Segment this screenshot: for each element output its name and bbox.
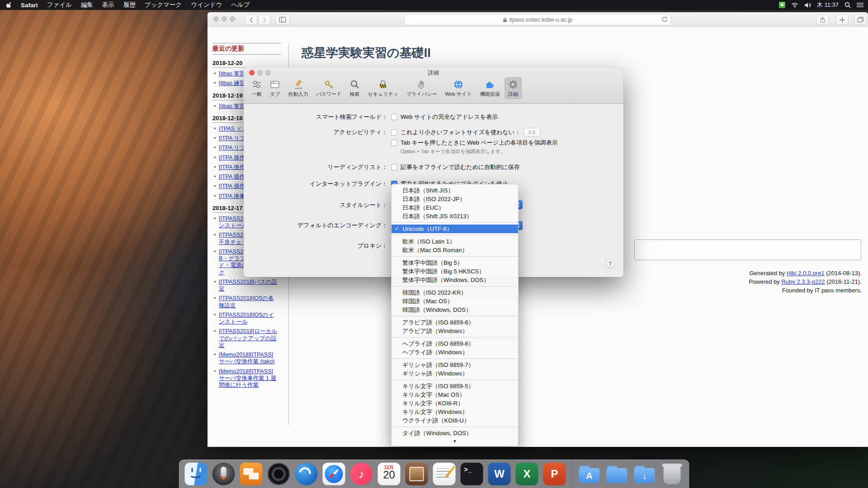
reading-list-checkbox[interactable] [391,164,397,170]
menu-item-file[interactable]: ファイル [42,1,76,9]
sidebar-entry[interactable]: [ITPASS2018]OSの各種設定 [219,295,278,309]
encoding-menu-item[interactable]: 日本語（EUC） [392,203,518,212]
apple-menu-icon[interactable] [6,2,13,9]
back-button[interactable] [245,14,257,25]
window-zoom-button[interactable] [230,16,235,22]
wifi-icon[interactable] [791,2,798,8]
encoding-menu-item[interactable]: タイ語（Windows, DOS） [392,429,518,437]
menu-item-edit[interactable]: 編集 [76,1,98,9]
menu-item-help[interactable]: ヘルプ [226,1,254,9]
sidebar-toggle-button[interactable] [275,14,290,25]
volume-icon[interactable] [804,2,811,8]
encoding-menu-item[interactable] [392,337,518,338]
encoding-menu-item[interactable]: 韓国語（Windows, DOS） [392,305,518,314]
dock-powerpoint-icon[interactable]: P [543,463,566,485]
prefs-tab-security[interactable]: セキュリティ [364,77,402,99]
tab-highlight-checkbox[interactable] [391,140,397,146]
prefs-tab-privacy[interactable]: プライバシー [403,77,440,99]
menu-item-bookmarks[interactable]: ブックマーク [140,1,187,9]
encoding-menu-item[interactable] [392,427,518,427]
window-minimize-button[interactable] [222,16,227,22]
encoding-menu-item[interactable]: 欧米（Mac OS Roman） [392,246,518,254]
dock-safari-icon[interactable] [323,463,345,485]
prefs-tab-general[interactable]: 一般 [248,77,265,99]
encoding-menu-item[interactable] [392,256,518,257]
encoding-menu-item[interactable]: ヘブライ語（ISO 8859-8） [392,339,518,348]
prefs-tab-passwords[interactable]: パスワード [313,77,345,99]
sidebar-entry[interactable]: [Memo2018][ITPASS]サーバ交換事作業 1 週間後に行う作業 [219,368,278,389]
new-tab-button[interactable] [836,14,849,25]
dock-lens-app-icon[interactable] [268,463,290,485]
dock-finder-icon[interactable] [185,463,208,485]
sidebar-entry[interactable]: [Memo2018][ITPASS]サーバ交換作業 (tako) [219,352,278,366]
sidebar-entry[interactable]: 2018-12-20 [212,60,281,68]
prefs-tab-websites[interactable]: Web サイト [441,77,475,99]
prefs-tab-extensions[interactable]: 機能拡張 [476,77,504,99]
dock-downloads-folder-icon[interactable]: ↓ [633,463,656,485]
notification-center-icon[interactable] [857,2,863,8]
encoding-menu-item[interactable] [392,235,518,235]
address-bar[interactable]: itpass.scitec.kobe-u.ac.jp [404,14,671,25]
encoding-menu-item[interactable]: 日本語（ISO 2022-JP） [392,195,518,203]
encoding-menu-item[interactable]: キリル文字（KOI8-R） [392,399,518,408]
spotlight-icon[interactable] [844,2,851,8]
prefs-tab-autofill[interactable]: 自動入力 [285,77,312,99]
dock-notes-icon[interactable] [433,463,456,485]
menubar-clock[interactable]: 木 11:37 [817,1,839,9]
dock-documents-folder-icon[interactable] [606,463,628,485]
menu-item-view[interactable]: 表示 [98,1,119,9]
encoding-menu-item[interactable]: アラビア語（Windows） [392,327,518,335]
dock-photos-icon[interactable] [406,463,428,485]
sidebar-entry[interactable]: [ITPASS2018]パスの設定 [219,279,278,293]
encoding-menu-item[interactable]: キリル文字（ISO 8859-5） [392,382,518,390]
encoding-menu-item[interactable]: 繁体字中国語（Big 5） [392,258,518,267]
dock-word-icon[interactable]: W [488,463,511,485]
menu-item-history[interactable]: 履歴 [119,1,140,9]
encoding-menu-item[interactable]: ▼ [392,437,518,444]
footer-link[interactable]: Hiki 2.0.0.pre1 [787,270,825,277]
green-status-icon[interactable] [779,2,785,8]
encoding-menu-item[interactable]: 日本語（Shift JIS） [392,186,518,195]
menu-item-window[interactable]: ウインドウ [186,1,226,9]
encoding-menu-item[interactable]: キリル文字（Windows） [392,408,518,416]
footer-link[interactable]: Ruby 2.3.3-p222 [781,278,825,285]
encoding-menu-item[interactable]: ギリシャ語（ISO 8859-7） [392,361,518,369]
prefs-tab-tabs[interactable]: タブ [266,77,284,99]
prefs-tab-advanced[interactable]: 詳細 [505,77,522,99]
encoding-menu-item[interactable]: ウクライナ語（KOI8-U） [392,416,518,425]
font-size-popup[interactable]: 9 [524,128,541,137]
dock-calendar-icon[interactable]: 12月 20 [378,463,401,485]
tab-overview-button[interactable] [854,14,867,25]
encoding-menu-item[interactable]: 韓国語（Mac OS） [392,297,518,305]
encoding-menu-item[interactable]: ✓Unicode（UTF-8） [392,225,518,233]
smart-search-checkbox[interactable] [391,114,397,120]
encoding-menu-item[interactable]: 繁体字中国語（Windows, DOS） [392,276,518,284]
encoding-menu-item[interactable]: ギリシャ語（Windows） [392,369,518,378]
encoding-menu-item[interactable] [392,286,518,286]
share-button[interactable] [816,14,829,25]
dock-launchpad-icon[interactable] [212,463,235,485]
dock-terminal-icon[interactable]: >_ [461,463,483,485]
menu-item-safari[interactable]: Safari [16,2,42,9]
dock-applications-folder-icon[interactable]: A [578,463,601,485]
sidebar-entry[interactable]: [ITPASS2018]OSのインストール [219,312,278,326]
encoding-menu-item[interactable] [392,222,518,223]
encoding-menu-item[interactable]: 日本語（Shift JIS X0213） [392,212,518,221]
dock-trash-icon[interactable] [664,465,681,484]
encoding-menu-item[interactable]: アラビア語（ISO 8859-6） [392,318,518,327]
forward-button[interactable] [258,14,271,25]
prefs-tab-search[interactable]: 検索 [346,77,363,99]
encoding-menu-item[interactable]: キリル文字（Mac OS） [392,390,518,399]
encoding-menu-item[interactable]: 韓国語（ISO 2022-KR） [392,288,518,297]
dock-music-icon[interactable]: ♪ [350,463,373,485]
dock-excel-icon[interactable]: X [516,463,538,485]
encoding-menu-item[interactable]: ヘブライ語（Windows） [392,348,518,357]
encoding-menu-item[interactable]: 欧米（ISO Latin 1） [392,237,518,246]
help-button[interactable]: ? [605,259,615,268]
encoding-menu-item[interactable]: 繁体字中国語（Big 5 HKSCS） [392,267,518,276]
dock-thunderbird-icon[interactable] [295,463,318,485]
encoding-menu-item[interactable] [392,380,518,380]
min-font-size-checkbox[interactable] [391,129,397,136]
reload-icon[interactable] [661,16,668,23]
encoding-menu-item[interactable] [392,316,518,316]
